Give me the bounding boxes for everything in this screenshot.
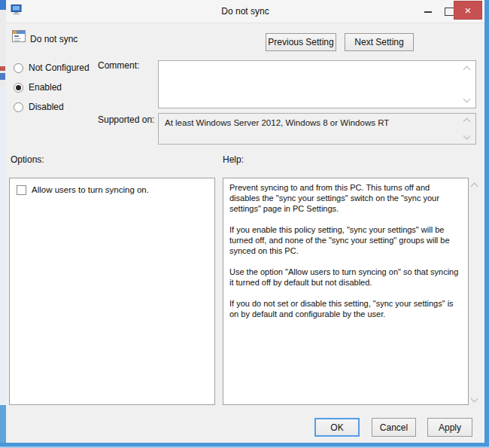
radio-enabled[interactable]: Enabled: [14, 81, 62, 93]
policy-setting-dialog: Do not sync × Do not sync Previous Setti…: [6, 0, 489, 443]
allow-syncing-checkbox-row[interactable]: Allow users to turn syncing on.: [17, 185, 149, 195]
help-scroll-down-icon[interactable]: [471, 395, 478, 403]
next-setting-button[interactable]: Next Setting: [345, 33, 414, 51]
radio-circle-icon: [14, 102, 23, 112]
ok-button[interactable]: OK: [314, 418, 360, 437]
background-artifact: [0, 73, 5, 80]
options-label: Options:: [11, 154, 44, 165]
checkbox-label: Allow users to turn syncing on.: [32, 185, 149, 194]
background-artifact: [0, 66, 5, 71]
apply-button[interactable]: Apply: [427, 418, 472, 437]
help-text-panel: Prevent syncing to and from this PC. Thi…: [223, 178, 469, 405]
minimize-button[interactable]: [418, 6, 438, 18]
window-title: Do not sync: [6, 6, 484, 17]
policy-setting-icon: [12, 30, 26, 45]
scroll-up-icon: [463, 118, 471, 126]
radio-disabled[interactable]: Disabled: [14, 101, 64, 113]
screen: Do not sync × Do not sync Previous Setti…: [0, 0, 489, 448]
radio-circle-icon: [14, 63, 23, 73]
background-window-border: [0, 405, 6, 448]
supported-on-value: At least Windows Server 2012, Windows 8 …: [165, 118, 451, 127]
close-button[interactable]: ×: [454, 1, 482, 20]
scroll-down-icon: [463, 133, 471, 140]
help-paragraph: Use the option "Allow users to turn sync…: [229, 267, 462, 288]
comment-textarea[interactable]: [158, 60, 476, 108]
close-icon: ×: [465, 4, 472, 17]
help-paragraph: If you enable this policy setting, "sync…: [229, 224, 462, 256]
checkbox-icon[interactable]: [17, 185, 26, 195]
window-bottom-border: [0, 443, 489, 448]
comment-label: Comment:: [98, 60, 139, 71]
maximize-icon: [445, 8, 454, 16]
help-scroll-up-icon[interactable]: [471, 183, 478, 190]
supported-on-label: Supported on:: [98, 114, 154, 125]
supported-on-box: At least Windows Server 2012, Windows 8 …: [158, 113, 476, 145]
background-window-sliver: [0, 87, 6, 405]
options-panel: Allow users to turn syncing on.: [9, 178, 215, 405]
help-label: Help:: [223, 154, 244, 165]
scroll-up-icon[interactable]: [463, 66, 471, 74]
setting-name: Do not sync: [30, 34, 77, 44]
radio-circle-selected-icon: [14, 83, 23, 93]
help-paragraph: If you do not set or disable this settin…: [229, 298, 462, 319]
scroll-down-icon[interactable]: [463, 96, 471, 103]
previous-setting-button[interactable]: Previous Setting: [266, 33, 336, 51]
minimize-icon: [424, 11, 432, 13]
cancel-button[interactable]: Cancel: [372, 418, 416, 437]
help-paragraph: Prevent syncing to and from this PC. Thi…: [229, 182, 462, 214]
radio-not-configured[interactable]: Not Configured: [14, 62, 90, 74]
